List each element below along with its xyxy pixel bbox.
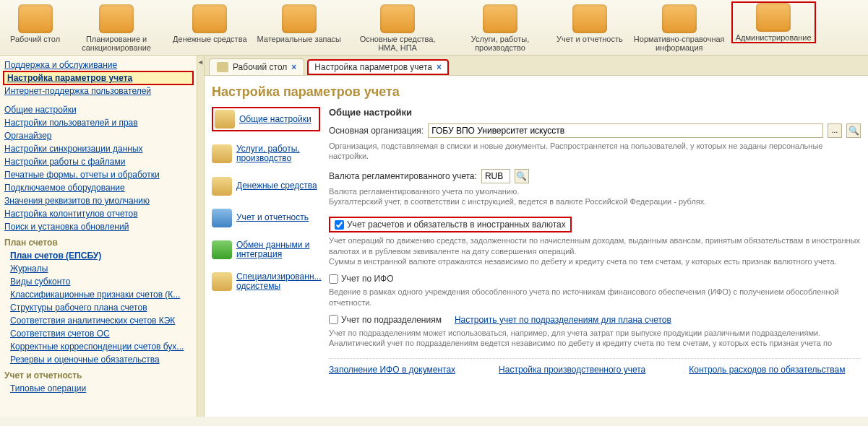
tab-settings[interactable]: Настройка параметров учета × <box>307 59 449 75</box>
tool-label: Основные средства, НМА, НПА <box>351 35 444 52</box>
org-search-button[interactable]: 🔍 <box>846 123 861 138</box>
sb-general[interactable]: Общие настройки <box>4 103 192 116</box>
nav-accounting[interactable]: Учет и отчетность <box>212 209 320 227</box>
help-line: Валюта регламентированного учета по умол… <box>329 187 519 196</box>
section-title: Общие настройки <box>329 107 861 118</box>
cash-icon <box>192 4 227 33</box>
accounting-icon <box>572 4 607 33</box>
nav-services[interactable]: Услуги, работы, производство <box>212 144 320 163</box>
tool-reference[interactable]: Нормативно-справочная информация <box>629 3 730 53</box>
ifo-checkbox-row: Учет по ИФО <box>329 274 394 284</box>
close-icon[interactable]: × <box>291 62 296 72</box>
ifo-fill-link[interactable]: Заполнение ИФО в документах <box>329 365 455 375</box>
dept-checkbox[interactable] <box>329 315 338 324</box>
prod-account-link[interactable]: Настройка производственного учета <box>499 365 645 375</box>
dept-config-link[interactable]: Настроить учет по подразделениям для пла… <box>455 315 671 325</box>
sb-plan-main[interactable]: План счетов (ЕПСБУ) <box>10 249 192 262</box>
sb-headers[interactable]: Настройка колонтитулов отчетов <box>4 207 192 220</box>
sb-journals[interactable]: Журналы <box>10 262 192 275</box>
tool-label: Рабочий стол <box>10 35 60 43</box>
cash-icon <box>212 177 232 196</box>
tab-label: Рабочий стол <box>233 62 287 72</box>
sb-correspond[interactable]: Корректные корреспонденции счетов бух... <box>10 340 192 353</box>
sb-subkonto[interactable]: Виды субконто <box>10 275 192 288</box>
tool-label: Учет и отчетность <box>557 35 623 43</box>
sb-reserves[interactable]: Резервы и оценочные обязательства <box>10 353 192 366</box>
org-dots-button[interactable]: ... <box>828 123 842 138</box>
tool-admin[interactable]: Администрирование <box>731 1 816 43</box>
sb-defaults[interactable]: Значения реквизитов по умолчанию <box>4 194 192 207</box>
sb-os[interactable]: Соответствия счетов ОС <box>10 327 192 340</box>
cb-label: Учет по подразделениям <box>341 315 442 325</box>
nav-cash[interactable]: Денежные средства <box>212 177 320 196</box>
general-icon <box>215 110 235 129</box>
sb-users[interactable]: Настройки пользователей и прав <box>4 116 192 129</box>
services-icon <box>212 144 232 163</box>
page: Настройка параметров учета Общие настрой… <box>205 76 868 417</box>
sb-classif[interactable]: Классификационные признаки счетов (К... <box>10 288 192 301</box>
sb-plan-header: План счетов <box>4 233 192 249</box>
sb-updates[interactable]: Поиск и установка обновлений <box>4 220 192 233</box>
foreign-currency-checkbox-row: Учет расчетов и обязательств в иностранн… <box>329 217 572 232</box>
sb-internet[interactable]: Интернет-поддержка пользователей <box>4 84 192 97</box>
sb-report-header: Учет и отчетность <box>4 366 192 382</box>
tool-services[interactable]: Услуги, работы, производство <box>450 3 551 53</box>
desktop-tab-icon <box>217 62 228 72</box>
accounting-icon <box>212 209 232 227</box>
ifo-checkbox[interactable] <box>329 274 338 284</box>
tool-label: Нормативно-справочная информация <box>633 35 726 52</box>
currency-help: Валюта регламентированного учета по умол… <box>329 186 861 207</box>
org-input[interactable] <box>428 123 823 138</box>
desktop-icon <box>18 4 53 33</box>
tool-label: Услуги, работы, производство <box>454 35 546 52</box>
dept-checkbox-row: Учет по подразделениям Настроить учет по… <box>329 315 671 325</box>
sidebar-collapse[interactable]: ◄ <box>197 56 205 417</box>
sb-devices[interactable]: Подключаемое оборудование <box>4 181 192 194</box>
sb-analytic-kek[interactable]: Соответствия аналитических счетов КЭК <box>10 314 192 327</box>
exchange-icon <box>212 240 232 259</box>
dept-help: Учет по подразделениям может использоват… <box>329 328 861 349</box>
materials-icon <box>282 4 317 33</box>
cb-label: Учет по ИФО <box>341 274 394 284</box>
sb-sync[interactable]: Настройки синхронизации данных <box>4 142 192 155</box>
help-line: Бухгалтерский учет, в соответствии с инс… <box>329 197 706 206</box>
tool-desktop[interactable]: Рабочий стол <box>6 3 64 45</box>
tool-assets[interactable]: Основные средства, НМА, НПА <box>347 3 448 53</box>
tool-label: Планирование и санкционирование <box>70 35 163 52</box>
sb-files[interactable]: Настройки работы с файлами <box>4 155 192 168</box>
tool-materials[interactable]: Материальные запасы <box>253 3 346 45</box>
services-icon <box>483 4 517 33</box>
tabs-row: Рабочий стол × Настройка параметров учет… <box>205 56 868 76</box>
nav-exchange[interactable]: Обмен данными и интеграция <box>212 240 320 259</box>
foreign-currency-checkbox[interactable] <box>335 220 344 230</box>
tab-desktop[interactable]: Рабочий стол × <box>209 58 304 75</box>
currency-label: Валюта регламентированного учета: <box>329 171 477 181</box>
tool-label: Денежные средства <box>173 35 246 43</box>
planning-icon <box>99 4 134 33</box>
sb-organizer[interactable]: Органайзер <box>4 129 192 142</box>
nav-label: Специализированн... одсистемы <box>236 272 322 291</box>
main-toolbar: Рабочий стол Планирование и санкциониров… <box>0 0 868 56</box>
cb-label: Учет расчетов и обязательств в иностранн… <box>347 219 566 230</box>
reference-icon <box>662 4 697 33</box>
nav-special[interactable]: Специализированн... одсистемы <box>212 272 320 291</box>
currency-input[interactable] <box>481 169 510 183</box>
tool-accounting[interactable]: Учет и отчетность <box>552 3 627 45</box>
sb-params[interactable]: Настройка параметров учета <box>3 71 194 85</box>
org-help: Организация, подставляемая в списки и но… <box>329 141 861 162</box>
section-nav: Общие настройки Услуги, работы, производ… <box>212 107 320 375</box>
sb-structures[interactable]: Структуры рабочего плана счетов <box>10 301 192 314</box>
nav-general[interactable]: Общие настройки <box>212 107 320 131</box>
sb-typical-ops[interactable]: Типовые операции <box>10 382 192 395</box>
currency-search-button[interactable]: 🔍 <box>515 169 529 183</box>
nav-label: Денежные средства <box>236 181 317 191</box>
sb-print[interactable]: Печатные формы, отчеты и обработки <box>4 168 192 181</box>
expense-control-link[interactable]: Контроль расходов по обязательствам <box>689 365 845 375</box>
nav-label: Общие настройки <box>239 115 311 124</box>
tool-cash[interactable]: Денежные средства <box>168 3 251 45</box>
nav-label: Обмен данными и интеграция <box>236 240 320 259</box>
tool-planning[interactable]: Планирование и санкционирование <box>66 3 167 53</box>
nav-label: Услуги, работы, производство <box>236 144 320 163</box>
close-icon[interactable]: × <box>437 62 442 72</box>
sb-support[interactable]: Поддержка и обслуживание <box>4 58 192 71</box>
